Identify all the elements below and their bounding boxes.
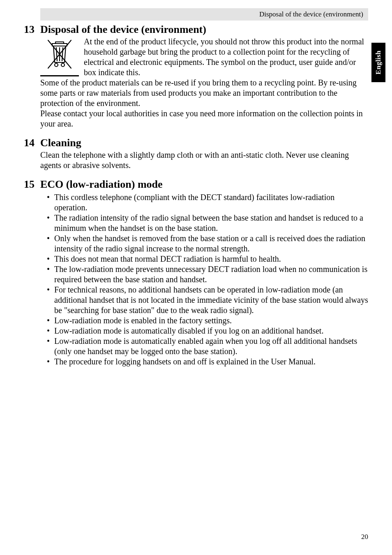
section-15-body: This cordless telephone (compliant with … bbox=[40, 192, 368, 367]
svg-line-4 bbox=[62, 48, 63, 61]
section-13-para-3: Please contact your local authorities in… bbox=[40, 109, 363, 128]
list-item: This cordless telephone (compliant with … bbox=[48, 192, 368, 213]
weee-bin-icon bbox=[40, 38, 79, 76]
section-14-heading: 14 Cleaning bbox=[24, 135, 368, 150]
content-area: 13 Disposal of the device (environment) bbox=[24, 21, 368, 367]
list-item: Low-radiation mode is enabled in the fac… bbox=[48, 315, 368, 326]
page-number: 20 bbox=[361, 533, 368, 541]
running-header-text: Disposal of the device (environment) bbox=[259, 10, 363, 18]
section-13-para-2: Some of the product materials can be re-… bbox=[40, 78, 357, 108]
section-title: Disposal of the device (environment) bbox=[40, 21, 206, 37]
section-14-body: Clean the telephone with a slightly damp… bbox=[40, 150, 368, 170]
svg-line-2 bbox=[56, 48, 57, 61]
section-title: ECO (low-radiation) mode bbox=[40, 176, 163, 191]
language-label: English bbox=[374, 51, 383, 74]
header-bar: Disposal of the device (environment) bbox=[40, 8, 368, 21]
list-item: Only when the handset is removed from th… bbox=[48, 233, 368, 254]
svg-point-6 bbox=[61, 63, 65, 67]
language-side-tab: English bbox=[371, 43, 385, 82]
list-item: The radiation intensity of the radio sig… bbox=[48, 213, 368, 233]
page: Disposal of the device (environment) Eng… bbox=[0, 0, 392, 555]
section-15-heading: 15 ECO (low-radiation) mode bbox=[24, 176, 368, 191]
list-item: The low-radiation mode prevents unnecess… bbox=[48, 264, 368, 285]
eco-bullet-list: This cordless telephone (compliant with … bbox=[40, 192, 368, 367]
list-item: Low-radiation mode is automatically disa… bbox=[48, 326, 368, 336]
section-13-body: At the end of the product lifecycle, you… bbox=[40, 37, 368, 129]
list-item: This does not mean that normal DECT radi… bbox=[48, 254, 368, 264]
section-13-heading: 13 Disposal of the device (environment) bbox=[24, 21, 368, 37]
section-title: Cleaning bbox=[40, 135, 81, 150]
section-14-para-1: Clean the telephone with a slightly damp… bbox=[40, 150, 349, 170]
list-item: For technical reasons, no additional han… bbox=[48, 285, 368, 315]
section-number: 15 bbox=[24, 176, 40, 191]
list-item: The procedure for logging handsets on an… bbox=[48, 357, 368, 367]
section-number: 13 bbox=[24, 21, 40, 37]
list-item: Low-radiation mode is automatically enab… bbox=[48, 336, 368, 357]
section-13-para-1: At the end of the product lifecycle, you… bbox=[84, 37, 364, 77]
section-number: 14 bbox=[24, 135, 40, 150]
svg-point-5 bbox=[55, 63, 58, 67]
